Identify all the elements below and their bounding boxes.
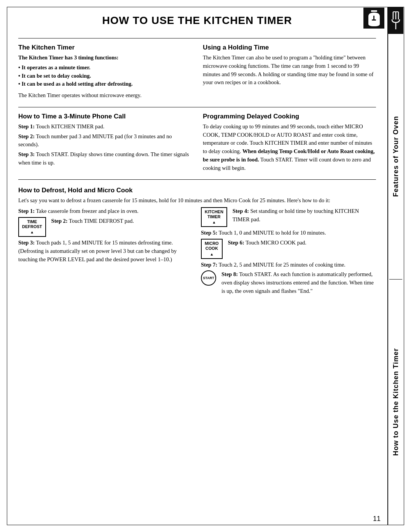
phone-step-1: Step 1: Touch KITCHEN TIMER pad.: [18, 123, 191, 131]
row-2: How to Time a 3-Minute Phone Call Step 1…: [18, 113, 376, 174]
kitchen-timer-pad: KITCHEN TIMER ▲: [201, 207, 227, 227]
defrost-step-3: Step 3: Touch pads 1, 5 and MINUTE for 1…: [18, 239, 193, 264]
micro-cook-pad-wrap: MICRO COOK ▲: [201, 239, 225, 259]
defrost-step-8-text: Step 8: Touch START. As each function is…: [221, 270, 376, 295]
delayed-cooking-col: Programming Delayed Cooking To delay coo…: [203, 113, 376, 174]
holding-time-body: The Kitchen Timer can also be used to pr…: [203, 54, 376, 87]
defrost-step-6-text: Step 6: Touch MICRO COOK pad.: [228, 239, 307, 247]
phone-call-title: How to Time a 3-Minute Phone Call: [18, 113, 191, 120]
time-defrost-pad: TIME DEFROST ▲: [18, 217, 46, 237]
kitchen-timer-bold-intro: The Kitchen Timer has 3 timing functions…: [18, 54, 191, 62]
delayed-cooking-title: Programming Delayed Cooking: [203, 113, 376, 120]
middle-divider: [18, 107, 376, 107]
time-defrost-pad-wrap: TIME DEFROST ▲: [18, 217, 48, 237]
sidebar-how-text: How to Use the Kitchen Timer: [392, 280, 400, 525]
defrost-step-4-text: Step 4: Set standing or hold time by tou…: [233, 207, 376, 224]
start-pad-wrap: START: [201, 270, 218, 286]
defrost-two-col: Step 1: Take casserole from freezer and …: [18, 207, 376, 299]
phone-step-3: Step 3: Touch START. Display shows time …: [18, 150, 191, 167]
defrost-step-2-text: Step 2: Touch TIME DEFROST pad.: [51, 217, 134, 225]
kitchen-timer-body: The Kitchen Timer operates without micro…: [18, 91, 191, 100]
phone-call-col: How to Time a 3-Minute Phone Call Step 1…: [18, 113, 191, 174]
defrost-intro: Let's say you want to defrost a frozen c…: [18, 197, 376, 205]
defrost-step-8-row: START Step 8: Touch START. As each funct…: [201, 270, 376, 297]
main-content: HOW TO USE THE KITCHEN TIMER The Kitchen…: [7, 7, 387, 525]
defrost-step-6-row: MICRO COOK ▲ Step 6: Touch MICRO COOK pa…: [201, 239, 376, 259]
pad-arrow-mc: ▲: [210, 252, 213, 257]
defrost-step-7: Step 7: Touch 2, 5 and MINUTE for 25 min…: [201, 261, 376, 269]
page-title: HOW TO USE THE KITCHEN TIMER: [18, 14, 376, 27]
start-pad: START: [201, 270, 216, 286]
bullet-1: It operates as a minute timer.: [18, 64, 191, 72]
kitchen-timer-bullets: It operates as a minute timer. It can be…: [18, 64, 191, 88]
bullet-3: It can be used as a hold setting after d…: [18, 80, 191, 88]
micro-cook-pad: MICRO COOK ▲: [201, 239, 223, 259]
bottom-divider: [18, 179, 376, 180]
kitchen-timer-col: The Kitchen Timer The Kitchen Timer has …: [18, 44, 191, 102]
holding-time-title: Using a Holding Time: [203, 44, 376, 51]
top-divider: [18, 38, 376, 38]
defrost-step-2-row: TIME DEFROST ▲ Step 2: Touch TIME DEFROS…: [18, 217, 193, 237]
defrost-right-col: KITCHEN TIMER ▲ Step 4: Set standing or …: [201, 207, 376, 299]
kitchen-timer-pad-wrap: KITCHEN TIMER ▲: [201, 207, 229, 227]
defrost-step-5: Step 5: Touch 1, 0 and MINUTE to hold fo…: [201, 229, 376, 237]
defrost-left-col: Step 1: Take casserole from freezer and …: [18, 207, 193, 299]
phone-step-2: Step 2: Touch number pad 3 and MINUTE pa…: [18, 133, 191, 149]
kitchen-timer-title: The Kitchen Timer: [18, 44, 191, 51]
pad-arrow: ▲: [30, 230, 34, 235]
right-sidebar: Features of Your Oven How to Use the Kit…: [387, 7, 404, 525]
sidebar-features-text: Features of Your Oven: [392, 34, 400, 279]
defrost-title: How to Defrost, Hold and Micro Cook: [18, 187, 376, 194]
row-1: The Kitchen Timer The Kitchen Timer has …: [18, 44, 376, 102]
defrost-step-1: Step 1: Take casserole from freezer and …: [18, 207, 193, 216]
holding-time-col: Using a Holding Time The Kitchen Timer c…: [203, 44, 376, 102]
defrost-step-4-row: KITCHEN TIMER ▲ Step 4: Set standing or …: [201, 207, 376, 227]
bullet-2: It can be set to delay cooking.: [18, 72, 191, 80]
delayed-cooking-body: To delay cooking up to 99 minutes and 99…: [203, 123, 376, 173]
pad-arrow-kt: ▲: [212, 220, 216, 225]
page-number: 11: [373, 515, 381, 523]
sidebar-icon: [388, 7, 403, 34]
defrost-section: How to Defrost, Hold and Micro Cook Let'…: [18, 187, 376, 299]
